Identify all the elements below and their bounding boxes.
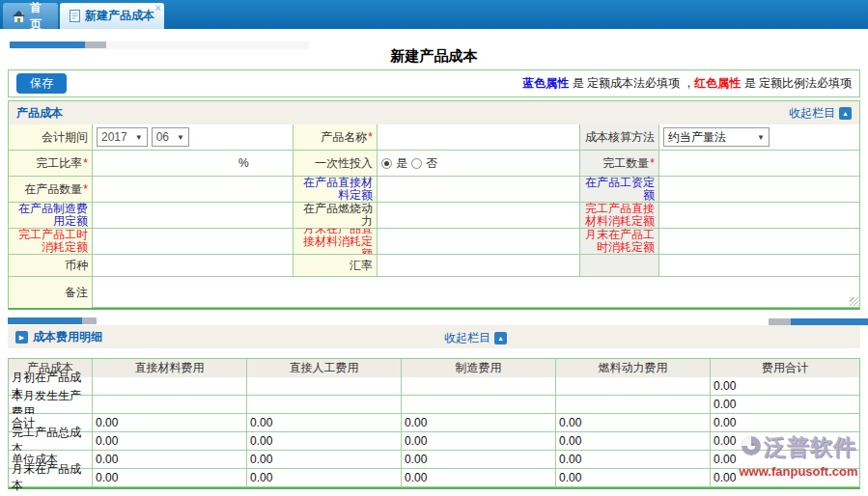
- save-button[interactable]: 保存: [16, 73, 67, 94]
- table-cell: 0.00: [556, 432, 711, 451]
- required-mark: *: [83, 157, 88, 170]
- table-cell: 0.00: [402, 414, 556, 432]
- resize-grip-icon[interactable]: [850, 297, 858, 306]
- radio-no[interactable]: [411, 158, 422, 169]
- wip-fuel-power-cell: [378, 203, 580, 229]
- month-end-wip-hour-quota-input[interactable]: [663, 233, 855, 250]
- one-time-input-label: 一次性投入: [294, 151, 378, 177]
- collapse-detail-button[interactable]: 收起栏目 ▲: [444, 330, 507, 346]
- month-end-wip-material-quota-input[interactable]: [381, 233, 575, 250]
- accounting-period-label: 会计期间: [9, 124, 93, 151]
- chevron-down-icon: ▼: [135, 133, 143, 142]
- remark-label: 备注: [9, 277, 93, 308]
- table-cell[interactable]: [247, 396, 402, 414]
- chevron-down-icon: ▼: [757, 133, 765, 142]
- completion-ratio-input[interactable]: [97, 154, 289, 172]
- table-cell[interactable]: [247, 377, 402, 396]
- app-window: 首页 新建产品成本 × 新建产品成本 保存 蓝色属性 是 定额成本法必填项 ，红…: [0, 0, 868, 496]
- wip-fuel-power-input[interactable]: [381, 207, 575, 224]
- table-cell: 0.00: [711, 414, 859, 432]
- col-header: 费用合计: [711, 359, 859, 378]
- home-icon: [13, 11, 25, 22]
- exchange-rate-input[interactable]: [381, 257, 575, 274]
- cost-method-cell: 约当产量法▼: [659, 124, 859, 151]
- currency-label: 币种: [9, 255, 93, 277]
- table-cell: 0.00: [402, 469, 556, 487]
- wip-direct-material-quota-cell: [378, 177, 580, 203]
- product-cost-section-title: 产品成本: [16, 105, 63, 122]
- hint-red-term: 红色属性: [694, 76, 741, 90]
- completed-qty-input[interactable]: [663, 154, 855, 172]
- wip-mfg-expense-quota-input[interactable]: [97, 207, 289, 224]
- product-cost-form: 会计期间 2017▼ 06▼ 产品名称* 成本核算方法 约当产量法▼ 完工比率*…: [9, 124, 859, 308]
- product-name-cell: [378, 124, 580, 151]
- tab-active-label: 新建产品成本: [85, 8, 154, 24]
- finished-work-hour-quota-label: 完工产品工时消耗定额: [9, 229, 93, 255]
- wip-direct-material-quota-input[interactable]: [381, 180, 575, 198]
- col-header: 燃料动力费用: [556, 359, 711, 378]
- completion-ratio-cell: %: [93, 151, 294, 177]
- wip-wage-quota-input[interactable]: [663, 180, 855, 198]
- finished-direct-material-quota-input[interactable]: [663, 207, 855, 224]
- table-cell[interactable]: [93, 377, 247, 396]
- table-cell: 0.00: [402, 432, 556, 451]
- table-cell[interactable]: [402, 396, 556, 414]
- table-cell[interactable]: [93, 396, 247, 414]
- collapse-label: 收起栏目: [789, 105, 835, 122]
- table-cell: 0.00: [556, 414, 711, 432]
- required-mark: *: [83, 183, 88, 196]
- radio-yes[interactable]: [381, 158, 392, 169]
- month-end-wip-material-quota-label: 月末在产品直接材料消耗定额: [294, 229, 378, 255]
- exchange-rate-cell: [378, 255, 580, 277]
- completed-qty-cell: [659, 151, 859, 177]
- month-select[interactable]: 06▼: [152, 127, 189, 147]
- wip-qty-label: 在产品数量*: [9, 177, 93, 203]
- required-mark: *: [650, 157, 655, 170]
- completion-ratio-label: 完工比率*: [9, 151, 93, 177]
- table-cell: 0.00: [711, 432, 859, 451]
- currency-cell: [93, 255, 294, 277]
- currency-input[interactable]: [97, 257, 289, 274]
- accounting-period-cell: 2017▼ 06▼: [93, 124, 294, 151]
- wip-fuel-power-label: 在产品燃烧动力: [294, 203, 378, 229]
- radio-no-label: 否: [426, 155, 437, 172]
- table-cell: 0.00: [711, 469, 859, 487]
- table-cell[interactable]: [556, 377, 711, 396]
- wip-mfg-expense-quota-cell: [93, 203, 294, 229]
- wip-qty-cell: [93, 177, 294, 203]
- col-header: 直接人工费用: [247, 359, 402, 378]
- toolbar: 保存 蓝色属性 是 定额成本法必填项 ，红色属性 是 定额比例法必填项: [8, 69, 860, 97]
- finished-work-hour-quota-input[interactable]: [97, 233, 289, 250]
- radio-yes-label: 是: [396, 155, 407, 172]
- cost-detail-table: 产品成本 直接材料费用 直接人工费用 制造费用 燃料动力费用 费用合计 月初在产…: [8, 358, 860, 489]
- row-label: 月末在产品成本: [9, 469, 93, 487]
- table-cell: 0.00: [711, 451, 859, 469]
- table-cell: 0.00: [402, 451, 556, 469]
- hint-blue-rest: 是 定额成本法必填项 ，: [569, 76, 694, 90]
- empty-label-cell: [580, 255, 659, 277]
- scrollbar-detail-left[interactable]: [8, 317, 97, 324]
- collapse-section-button[interactable]: 收起栏目 ▲: [789, 105, 852, 122]
- wip-qty-input[interactable]: [97, 180, 289, 198]
- table-cell: 0.00: [556, 451, 711, 469]
- product-name-label: 产品名称*: [294, 124, 378, 151]
- col-header: 直接材料费用: [93, 359, 247, 378]
- finished-direct-material-quota-label: 完工产品直接材料消耗定额: [580, 203, 659, 229]
- remark-textarea[interactable]: [93, 277, 859, 307]
- cost-method-select[interactable]: 约当产量法▼: [663, 127, 770, 147]
- percent-unit: %: [238, 156, 249, 170]
- product-cost-section-header: 产品成本 收起栏目 ▲: [9, 101, 859, 124]
- completed-qty-label: 完工数量*: [580, 151, 659, 177]
- table-cell[interactable]: [402, 377, 556, 396]
- chevron-down-icon: ▼: [177, 133, 184, 142]
- finished-direct-material-quota-cell: [659, 203, 859, 229]
- product-name-input[interactable]: [381, 128, 575, 146]
- tab-close-icon[interactable]: ×: [155, 3, 161, 14]
- tab-new-product-cost[interactable]: 新建产品成本 ×: [60, 3, 164, 29]
- hint-blue-term: 蓝色属性: [522, 76, 569, 90]
- scrollbar-detail-right[interactable]: [769, 318, 868, 325]
- collapse-label: 收起栏目: [444, 330, 490, 346]
- tab-home[interactable]: 首页: [3, 3, 58, 29]
- table-cell[interactable]: [556, 396, 711, 414]
- year-select[interactable]: 2017▼: [97, 127, 148, 147]
